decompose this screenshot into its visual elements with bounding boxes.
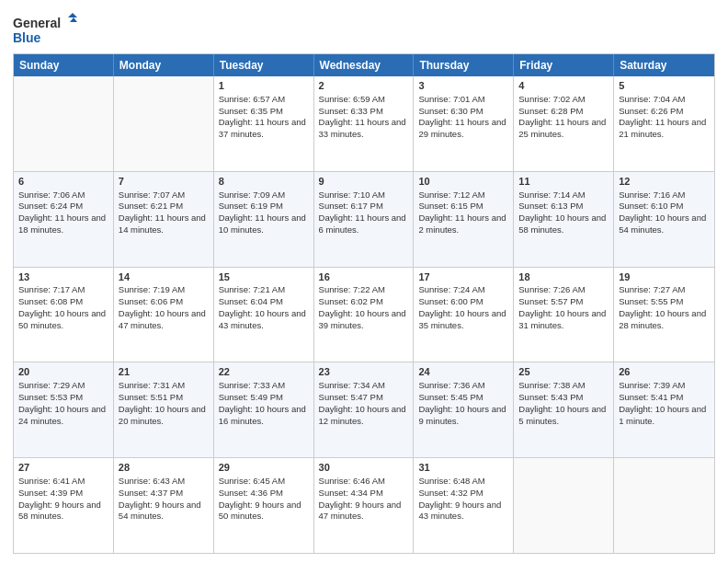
day-cell-14: 14Sunrise: 7:19 AMSunset: 6:06 PMDayligh…	[114, 268, 214, 362]
sunset-text: Sunset: 6:02 PM	[319, 296, 383, 306]
daylight-text: Daylight: 10 hours and 5 minutes.	[518, 404, 606, 426]
daylight-text: Daylight: 10 hours and 47 minutes.	[119, 308, 206, 330]
header-day-thursday: Thursday	[414, 54, 514, 76]
day-number: 27	[18, 461, 108, 475]
day-cell-15: 15Sunrise: 7:21 AMSunset: 6:04 PMDayligh…	[214, 268, 314, 362]
svg-marker-2	[68, 13, 77, 17]
daylight-text: Daylight: 10 hours and 28 minutes.	[619, 308, 706, 330]
logo-svg: General Blue	[13, 13, 77, 48]
sunrise-text: Sunrise: 6:43 AM	[119, 476, 185, 486]
sunrise-text: Sunrise: 7:24 AM	[418, 284, 484, 294]
day-cell-9: 9Sunrise: 7:10 AMSunset: 6:17 PMDaylight…	[314, 172, 415, 267]
day-cell-28: 28Sunrise: 6:43 AMSunset: 4:37 PMDayligh…	[114, 458, 214, 553]
day-number: 31	[418, 461, 508, 475]
calendar-row-3: 20Sunrise: 7:29 AMSunset: 5:53 PMDayligh…	[14, 362, 714, 457]
sunrise-text: Sunrise: 7:12 AM	[418, 190, 484, 200]
daylight-text: Daylight: 10 hours and 9 minutes.	[418, 404, 506, 426]
day-number: 17	[418, 270, 508, 284]
sunrise-text: Sunrise: 6:45 AM	[219, 476, 285, 486]
day-cell-31: 31Sunrise: 6:48 AMSunset: 4:32 PMDayligh…	[414, 458, 514, 553]
sunrise-text: Sunrise: 7:14 AM	[518, 190, 585, 200]
daylight-text: Daylight: 10 hours and 12 minutes.	[319, 404, 406, 426]
day-cell-13: 13Sunrise: 7:17 AMSunset: 6:08 PMDayligh…	[14, 268, 114, 362]
day-cell-16: 16Sunrise: 7:22 AMSunset: 6:02 PMDayligh…	[314, 268, 415, 362]
day-number: 18	[518, 270, 609, 284]
day-number: 28	[119, 461, 209, 475]
sunrise-text: Sunrise: 6:41 AM	[18, 476, 85, 486]
day-number: 21	[119, 365, 209, 379]
empty-cell	[14, 76, 114, 171]
day-cell-17: 17Sunrise: 7:24 AMSunset: 6:00 PMDayligh…	[414, 268, 514, 362]
header-day-sunday: Sunday	[14, 54, 114, 76]
sunset-text: Sunset: 5:47 PM	[319, 392, 383, 402]
daylight-text: Daylight: 11 hours and 37 minutes.	[219, 117, 306, 139]
sunset-text: Sunset: 6:33 PM	[319, 106, 383, 116]
sunrise-text: Sunrise: 7:07 AM	[119, 190, 185, 200]
sunset-text: Sunset: 4:34 PM	[319, 488, 383, 498]
sunrise-text: Sunrise: 7:02 AM	[518, 94, 585, 104]
sunset-text: Sunset: 5:49 PM	[219, 392, 283, 402]
day-number: 20	[18, 365, 108, 379]
header-day-tuesday: Tuesday	[214, 54, 314, 76]
day-number: 7	[119, 175, 209, 189]
day-cell-6: 6Sunrise: 7:06 AMSunset: 6:24 PMDaylight…	[14, 172, 114, 267]
sunset-text: Sunset: 6:21 PM	[119, 201, 183, 211]
day-cell-12: 12Sunrise: 7:16 AMSunset: 6:10 PMDayligh…	[614, 172, 714, 267]
day-number: 26	[619, 365, 710, 379]
day-number: 11	[518, 175, 609, 189]
sunrise-text: Sunrise: 7:38 AM	[518, 380, 585, 390]
daylight-text: Daylight: 10 hours and 31 minutes.	[518, 308, 606, 330]
sunset-text: Sunset: 4:39 PM	[18, 488, 83, 498]
empty-cell	[614, 458, 714, 553]
sunset-text: Sunset: 6:35 PM	[219, 106, 283, 116]
calendar-body: 1Sunrise: 6:57 AMSunset: 6:35 PMDaylight…	[14, 76, 714, 553]
sunset-text: Sunset: 6:19 PM	[219, 201, 283, 211]
day-cell-23: 23Sunrise: 7:34 AMSunset: 5:47 PMDayligh…	[314, 362, 415, 457]
sunrise-text: Sunrise: 7:34 AM	[319, 380, 385, 390]
day-cell-26: 26Sunrise: 7:39 AMSunset: 5:41 PMDayligh…	[614, 362, 714, 457]
daylight-text: Daylight: 11 hours and 21 minutes.	[619, 117, 706, 139]
sunset-text: Sunset: 4:32 PM	[418, 488, 483, 498]
day-cell-11: 11Sunrise: 7:14 AMSunset: 6:13 PMDayligh…	[514, 172, 614, 267]
daylight-text: Daylight: 9 hours and 43 minutes.	[418, 500, 501, 522]
sunset-text: Sunset: 5:57 PM	[518, 296, 583, 306]
day-cell-4: 4Sunrise: 7:02 AMSunset: 6:28 PMDaylight…	[514, 76, 614, 171]
calendar: SundayMondayTuesdayWednesdayThursdayFrid…	[13, 53, 715, 554]
sunset-text: Sunset: 5:43 PM	[518, 392, 583, 402]
daylight-text: Daylight: 11 hours and 2 minutes.	[418, 213, 506, 235]
sunrise-text: Sunrise: 7:22 AM	[319, 284, 385, 294]
day-cell-27: 27Sunrise: 6:41 AMSunset: 4:39 PMDayligh…	[14, 458, 114, 553]
day-cell-19: 19Sunrise: 7:27 AMSunset: 5:55 PMDayligh…	[614, 268, 714, 362]
sunset-text: Sunset: 5:53 PM	[18, 392, 83, 402]
day-number: 10	[418, 175, 508, 189]
daylight-text: Daylight: 10 hours and 39 minutes.	[319, 308, 406, 330]
svg-text:Blue: Blue	[13, 30, 41, 45]
sunset-text: Sunset: 5:45 PM	[418, 392, 483, 402]
day-cell-21: 21Sunrise: 7:31 AMSunset: 5:51 PMDayligh…	[114, 362, 214, 457]
header-day-wednesday: Wednesday	[314, 54, 415, 76]
empty-cell	[114, 76, 214, 171]
day-number: 2	[319, 79, 409, 93]
sunrise-text: Sunrise: 7:27 AM	[619, 284, 685, 294]
day-number: 12	[619, 175, 710, 189]
sunrise-text: Sunrise: 7:33 AM	[219, 380, 285, 390]
daylight-text: Daylight: 11 hours and 25 minutes.	[518, 117, 606, 139]
day-cell-20: 20Sunrise: 7:29 AMSunset: 5:53 PMDayligh…	[14, 362, 114, 457]
sunset-text: Sunset: 6:30 PM	[418, 106, 483, 116]
daylight-text: Daylight: 10 hours and 50 minutes.	[18, 308, 106, 330]
day-number: 13	[18, 270, 108, 284]
sunset-text: Sunset: 6:28 PM	[518, 106, 583, 116]
sunset-text: Sunset: 6:00 PM	[418, 296, 483, 306]
day-number: 29	[219, 461, 309, 475]
daylight-text: Daylight: 9 hours and 47 minutes.	[319, 500, 402, 522]
daylight-text: Daylight: 9 hours and 50 minutes.	[219, 500, 301, 522]
sunset-text: Sunset: 6:13 PM	[518, 201, 583, 211]
sunset-text: Sunset: 6:24 PM	[18, 201, 83, 211]
sunrise-text: Sunrise: 7:29 AM	[18, 380, 85, 390]
day-cell-29: 29Sunrise: 6:45 AMSunset: 4:36 PMDayligh…	[214, 458, 314, 553]
logo: General Blue	[13, 13, 77, 48]
sunrise-text: Sunrise: 7:31 AM	[119, 380, 185, 390]
sunrise-text: Sunrise: 7:39 AM	[619, 380, 685, 390]
daylight-text: Daylight: 10 hours and 54 minutes.	[619, 213, 706, 235]
daylight-text: Daylight: 10 hours and 20 minutes.	[119, 404, 206, 426]
